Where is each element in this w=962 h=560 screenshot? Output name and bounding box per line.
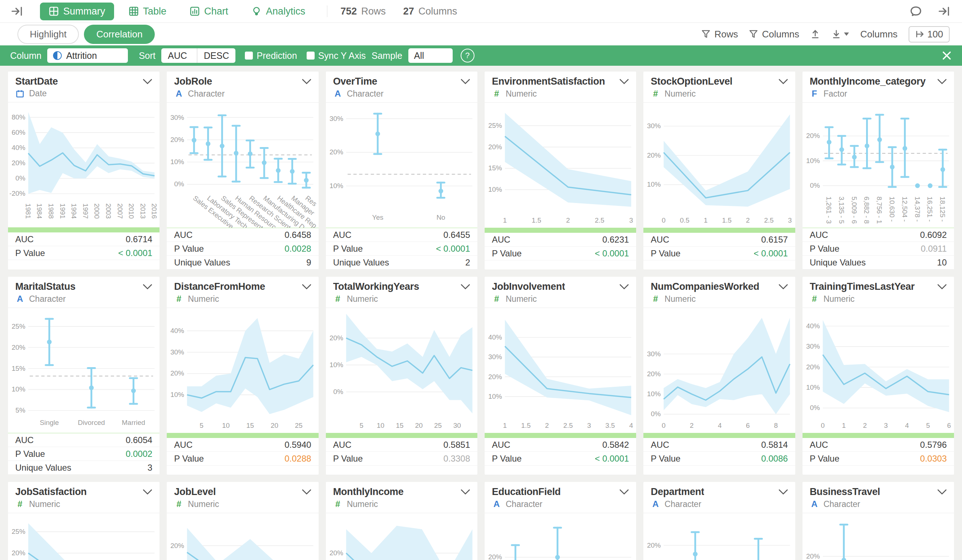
collapse-left-icon[interactable] [11, 5, 24, 17]
column-chart[interactable]: 0%10%20%30%Sales ExecutiveLaboratory Tec… [167, 103, 318, 228]
tab-summary[interactable]: Summary [40, 3, 114, 20]
column-chart[interactable]: 5%10%15%20%12345 [167, 513, 318, 560]
stat-unique: Unique Values 10 [802, 256, 954, 270]
help-icon[interactable]: ? [461, 48, 475, 63]
svg-text:Single: Single [40, 419, 59, 426]
column-chart[interactable]: 10%15%20% [643, 513, 795, 560]
chevron-down-icon[interactable] [778, 284, 788, 290]
rows-label: Rows [361, 6, 386, 17]
column-type-label: Numeric [347, 499, 378, 509]
upload-icon[interactable] [810, 29, 820, 39]
tab-chart-label: Chart [204, 6, 228, 17]
svg-text:20%: 20% [488, 143, 502, 151]
columns-limit-box[interactable]: 100 [909, 26, 950, 42]
chevron-down-icon[interactable] [620, 79, 629, 85]
numeric-type-icon: # [174, 499, 184, 509]
column-chart[interactable]: 5%10%15%20%25%11.522.533.54 [8, 513, 160, 560]
tab-table[interactable]: Table [120, 3, 176, 20]
chevron-down-icon[interactable] [937, 79, 947, 85]
column-chart[interactable]: 10%20%30%40%11.522.533.54 [485, 308, 636, 433]
column-chart[interactable]: 0%10%20%1,261 - 33,135 - 55,009 - 66,882… [802, 103, 954, 228]
chevron-down-icon[interactable] [302, 284, 312, 290]
chevron-down-icon[interactable] [302, 489, 312, 495]
chevron-down-icon[interactable] [937, 284, 947, 290]
stat-pvalue: P Value < 0.0001 [485, 452, 636, 466]
pvalue-value: 0.0086 [761, 453, 788, 464]
column-chart[interactable]: 10%15%20%25%11.522.53 [485, 103, 636, 228]
column-chart[interactable]: 0%10%20%30%40%0123456 [802, 308, 954, 433]
sort-direction-value[interactable]: DESC [197, 48, 236, 63]
stat-pvalue: P Value 0.0911 [802, 242, 954, 256]
column-chart[interactable]: 10%20% [485, 513, 636, 560]
column-chart[interactable]: -20%0%20%40%60%80%1981198419881991199419… [8, 102, 160, 228]
svg-text:20%: 20% [806, 132, 820, 139]
auc-progress-bar [643, 433, 795, 438]
unique-values-label: Unique Values [15, 463, 71, 473]
numeric-type-icon: # [15, 499, 25, 509]
chevron-down-icon[interactable] [778, 79, 788, 85]
svg-text:2010: 2010 [128, 203, 135, 219]
column-chart[interactable]: 10%20% [802, 513, 954, 560]
column-type-label: Numeric [188, 499, 219, 509]
column-type-label: Character [506, 499, 542, 509]
chevron-down-icon[interactable] [620, 489, 629, 495]
column-chart[interactable]: 10%20%30%00.511.522.53 [643, 103, 795, 228]
auc-value: 0.6455 [444, 230, 470, 240]
character-type-icon: A [15, 294, 25, 304]
highlight-button[interactable]: Highlight [18, 25, 79, 44]
chevron-down-icon[interactable] [620, 284, 629, 290]
tab-chart[interactable]: Chart [181, 3, 237, 20]
svg-text:1.5: 1.5 [521, 422, 531, 429]
logical-type-icon [53, 51, 62, 60]
chevron-down-icon[interactable] [143, 489, 152, 495]
tab-analytics[interactable]: Analytics [243, 3, 314, 20]
close-icon[interactable] [942, 50, 952, 61]
sort-by-value[interactable]: AUC [161, 48, 197, 63]
comment-icon[interactable] [910, 6, 922, 17]
sample-select[interactable]: All [408, 48, 453, 63]
column-chart[interactable]: 0%10%20%51015202530 [326, 308, 477, 433]
auc-value: 0.6231 [602, 235, 629, 245]
filter-rows-button[interactable]: Rows [701, 29, 738, 40]
svg-text:30%: 30% [488, 353, 502, 361]
filter-columns-button[interactable]: Columns [749, 29, 799, 40]
svg-text:0%: 0% [174, 180, 184, 188]
chevron-down-icon[interactable] [461, 489, 470, 495]
chevron-down-icon[interactable] [778, 489, 788, 495]
column-chart[interactable]: 10%20%30%40%510152025 [167, 308, 318, 433]
chevron-down-icon[interactable] [461, 79, 470, 85]
svg-text:30%: 30% [170, 348, 184, 356]
svg-text:40%: 40% [806, 322, 820, 330]
card-title: JobSatisfaction [15, 486, 87, 497]
prediction-checkbox[interactable] [245, 52, 253, 60]
column-select[interactable]: Attrition [47, 48, 128, 63]
column-chart[interactable]: 10%20%30%YesNo [326, 103, 477, 228]
card-header: MonthlyIncome # Numeric [326, 482, 477, 513]
card-title: TrainingTimesLastYear [810, 281, 915, 292]
chevron-down-icon[interactable] [143, 284, 152, 290]
chevron-down-icon[interactable] [143, 79, 152, 85]
column-chart[interactable]: 5%10%15%20%25%SingleDivorcedMarried [8, 308, 160, 433]
chevron-down-icon[interactable] [302, 79, 312, 85]
pvalue-label: P Value [492, 453, 522, 464]
auc-label: AUC [492, 440, 510, 450]
svg-text:10%: 10% [329, 361, 343, 369]
chevron-down-icon[interactable] [461, 284, 470, 290]
svg-text:3.5: 3.5 [605, 422, 615, 429]
svg-text:6,882 - 8: 6,882 - 8 [863, 197, 870, 224]
correlation-button[interactable]: Correlation [84, 25, 155, 44]
download-icon[interactable] [831, 29, 849, 39]
svg-text:0: 0 [662, 422, 666, 429]
auc-value: 0.6714 [126, 234, 152, 244]
card-header: Department A Character [643, 482, 795, 513]
sort-select[interactable]: AUC DESC [161, 48, 236, 63]
pvalue-value: 0.0028 [284, 244, 311, 254]
card-stats: AUC 0.5940 P Value 0.0288 Unique Values [167, 438, 318, 466]
sync-y-axis-checkbox[interactable] [307, 52, 315, 60]
collapse-right-icon[interactable] [938, 5, 951, 17]
column-chart[interactable]: 0%10%20%30%02468 [643, 308, 795, 433]
column-chart[interactable]: 10%20% [326, 513, 477, 560]
stat-pvalue: P Value 0.3308 [326, 452, 477, 466]
svg-text:20%: 20% [329, 334, 343, 342]
chevron-down-icon[interactable] [937, 489, 947, 495]
